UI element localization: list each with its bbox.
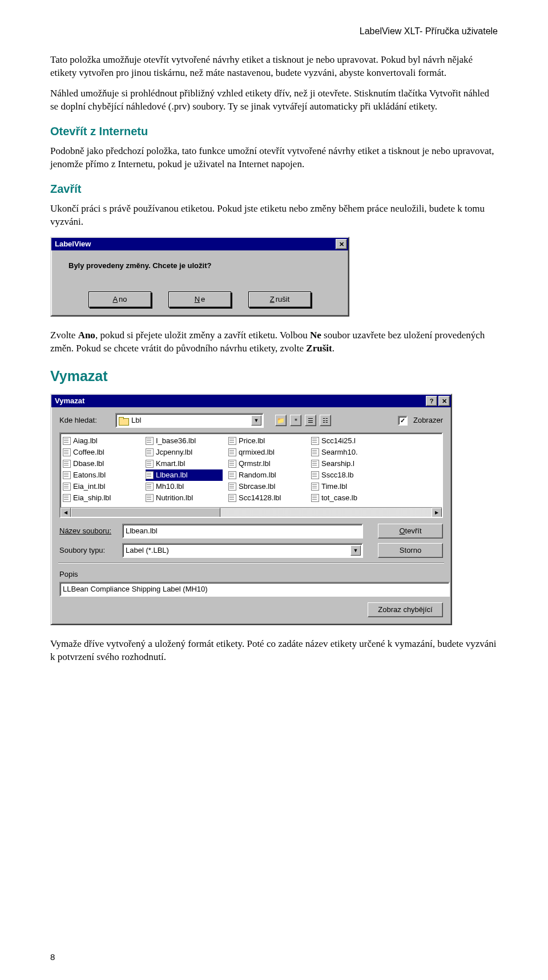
list-item[interactable]: Sscc18.lb <box>311 469 388 481</box>
list-item[interactable]: Time.lbl <box>311 481 388 492</box>
file-icon <box>311 460 319 468</box>
file-icon <box>146 460 154 468</box>
preview-label: Zobrazer <box>413 415 443 426</box>
yes-button[interactable]: Ano <box>88 291 151 307</box>
paragraph: Tato položka umožňuje otevřít vytvořené … <box>50 54 498 80</box>
heading-open-internet: Otevřít z Internetu <box>50 124 498 139</box>
list-item[interactable]: qrmixed.lbl <box>228 447 305 458</box>
heading-close: Zavřít <box>50 181 498 197</box>
close-icon[interactable]: ✕ <box>336 239 347 249</box>
file-icon <box>228 437 236 445</box>
open-button[interactable]: Otevřít <box>378 524 443 538</box>
file-icon <box>63 494 71 502</box>
doc-header: LabelView XLT- Příručka uživatele <box>50 25 498 38</box>
list-item[interactable]: Scc14i25.l <box>311 435 388 447</box>
filetype-label: Soubory typu: <box>59 545 119 556</box>
paragraph: Ukončí práci s právě používanou etiketou… <box>50 203 498 229</box>
scroll-left-icon[interactable]: ◀ <box>61 508 71 518</box>
list-item[interactable]: Kmart.lbl <box>146 458 223 469</box>
page-number: 8 <box>50 951 55 963</box>
paragraph: Zvolte Ano, pokud si přejete uložit změn… <box>50 329 498 355</box>
file-icon <box>146 437 154 445</box>
list-item[interactable]: Eatons.lbl <box>63 469 140 481</box>
new-folder-icon[interactable]: ＊ <box>290 415 301 426</box>
file-icon <box>311 471 319 479</box>
paragraph: Podobně jako předchozí položka, tato fun… <box>50 145 498 171</box>
list-item[interactable]: Eia_ship.lbl <box>63 492 140 504</box>
list-item[interactable]: Sbrcase.lbl <box>228 481 305 492</box>
list-item[interactable]: Coffee.lbl <box>63 447 140 458</box>
cancel-button[interactable]: Zrušit <box>248 291 311 307</box>
folder-icon <box>119 417 128 424</box>
filename-field[interactable]: Llbean.lbl <box>122 524 363 538</box>
file-icon <box>228 494 236 502</box>
close-icon[interactable]: ✕ <box>438 396 450 406</box>
list-item[interactable]: Jcpenny.lbl <box>146 447 223 458</box>
preview-checkbox[interactable]: ✓ <box>398 416 408 426</box>
details-view-icon[interactable]: ☷ <box>320 415 331 426</box>
paragraph: Náhled umožňuje si prohlédnout přibližný… <box>50 87 498 114</box>
dialog-title: LabelView <box>55 239 91 249</box>
file-icon <box>311 494 319 502</box>
list-item[interactable]: Aiag.lbl <box>63 435 140 447</box>
save-changes-dialog: LabelView ✕ Byly provedeny změny. Chcete… <box>50 237 349 317</box>
cancel-button[interactable]: Storno <box>378 543 443 558</box>
file-icon <box>63 437 71 445</box>
file-icon <box>63 460 71 468</box>
file-icon <box>63 448 71 456</box>
lookin-label: Kde hledat: <box>59 415 112 426</box>
file-icon <box>63 471 71 479</box>
list-item[interactable]: Searship.l <box>311 458 388 469</box>
filename-label: Název souboru: <box>59 526 119 536</box>
file-icon <box>228 460 236 468</box>
dialog-title: Vymazat <box>55 396 84 406</box>
description-label: Popis <box>59 569 443 580</box>
list-view-icon[interactable]: ☰ <box>305 415 316 426</box>
lookin-combo[interactable]: Lbl ▼ <box>115 413 264 428</box>
file-list[interactable]: Aiag.lblCoffee.lblDbase.lblEatons.lblEia… <box>59 432 443 518</box>
file-icon <box>228 471 236 479</box>
up-folder-icon[interactable]: 📁 <box>275 415 287 426</box>
help-icon[interactable]: ? <box>426 396 437 406</box>
list-item[interactable]: Qrmstr.lbl <box>228 458 305 469</box>
heading-delete: Vymazat <box>50 367 498 386</box>
show-missing-button[interactable]: Zobraz chybějící <box>368 602 443 617</box>
list-item[interactable]: I_base36.lbl <box>146 435 223 447</box>
dialog-message: Byly provedeny změny. Chcete je uložit? <box>58 258 341 280</box>
file-icon <box>146 471 154 479</box>
scroll-right-icon[interactable]: ▶ <box>432 508 442 518</box>
horizontal-scrollbar[interactable]: ◀ ▶ <box>61 507 442 517</box>
file-icon <box>311 448 319 456</box>
list-item[interactable]: Searmh10. <box>311 447 388 458</box>
list-item[interactable]: Nutrition.lbl <box>146 492 223 504</box>
list-item[interactable]: Eia_int.lbl <box>63 481 140 492</box>
paragraph: Vymaže dříve vytvořený a uložený formát … <box>50 638 498 664</box>
file-icon <box>146 494 154 502</box>
no-button[interactable]: Ne <box>168 291 231 307</box>
delete-file-dialog: Vymazat ? ✕ Kde hledat: Lbl ▼ 📁 ＊ ☰ ☷ ✓ <box>50 394 452 625</box>
file-icon <box>228 483 236 491</box>
file-icon <box>311 437 319 445</box>
chevron-down-icon[interactable]: ▼ <box>251 415 261 426</box>
file-icon <box>311 483 319 491</box>
file-icon <box>63 483 71 491</box>
chevron-down-icon[interactable]: ▼ <box>350 545 361 556</box>
list-item[interactable]: Mh10.lbl <box>146 481 223 492</box>
list-item[interactable]: Llbean.lbl <box>146 469 223 481</box>
filetype-combo[interactable]: Label (*.LBL) ▼ <box>122 543 363 558</box>
file-icon <box>146 448 154 456</box>
list-item[interactable]: Price.lbl <box>228 435 305 447</box>
list-item[interactable]: tot_case.lb <box>311 492 388 504</box>
file-icon <box>228 448 236 456</box>
list-item[interactable]: Random.lbl <box>228 469 305 481</box>
list-item[interactable]: Dbase.lbl <box>63 458 140 469</box>
file-icon <box>146 483 154 491</box>
description-field: LLBean Compliance Shipping Label (MH10) <box>59 582 450 597</box>
list-item[interactable]: Scc14128.lbl <box>228 492 305 504</box>
